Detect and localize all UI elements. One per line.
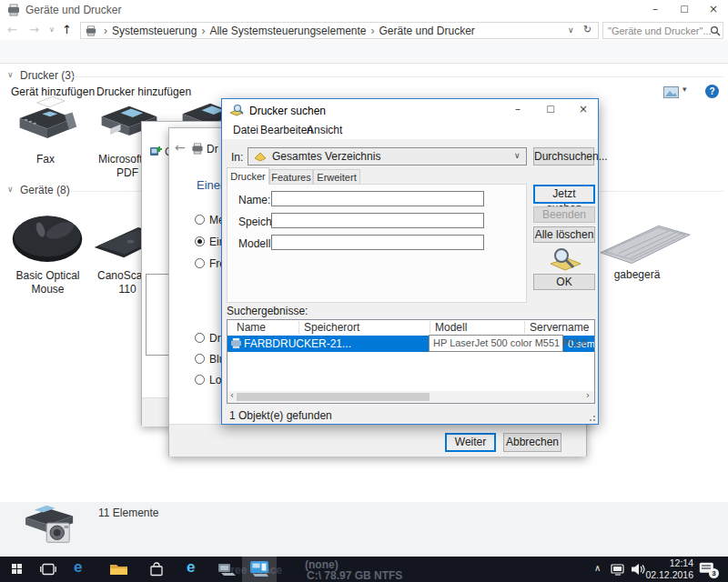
menu-bearbeiten[interactable]: Bearbeiten xyxy=(260,124,313,136)
active-app-button[interactable] xyxy=(242,557,277,582)
column-speicherort[interactable]: Speicherort xyxy=(304,321,359,334)
address-dropdown-icon[interactable]: ∨ xyxy=(568,25,574,35)
add-device-icon xyxy=(149,145,162,157)
printer-search-panel: Name: Speicher Modell: xyxy=(227,184,527,303)
tray-chevron-icon[interactable]: ∧ xyxy=(594,563,601,573)
radio-option-4[interactable] xyxy=(195,333,205,343)
printers-group-header[interactable]: Drucker (3) xyxy=(20,69,75,82)
network-icon[interactable] xyxy=(611,564,627,576)
back-icon[interactable]: ← xyxy=(7,20,17,40)
collapse-icon[interactable]: ∨ xyxy=(7,70,14,79)
column-name[interactable]: Name xyxy=(237,321,266,334)
fax-label[interactable]: Fax xyxy=(9,153,82,166)
column-divider xyxy=(298,321,299,334)
printer-icon xyxy=(7,4,20,16)
window-title: Geräte und Drucker xyxy=(25,4,121,16)
task-view-icon[interactable] xyxy=(40,563,56,576)
menu-datei[interactable]: Datei xyxy=(233,124,258,136)
stop-button[interactable]: Beenden xyxy=(533,206,595,223)
items-count: 11 Elemente xyxy=(98,507,159,519)
view-mode-icon[interactable] xyxy=(663,86,679,98)
dialog-close-button[interactable]: × xyxy=(570,100,597,120)
keyboard-label[interactable]: gabegerä xyxy=(582,268,692,282)
find-printer-graphic-icon xyxy=(547,246,583,274)
modell-field[interactable] xyxy=(271,235,484,250)
column-servername[interactable]: Servername xyxy=(530,321,589,334)
tab-drucker[interactable]: Drucker xyxy=(227,167,269,185)
scroll-left-icon[interactable]: ‹ xyxy=(230,390,234,400)
help-icon[interactable]: ? xyxy=(705,85,719,98)
tab-features[interactable]: Features xyxy=(269,169,313,185)
search-results-label: Suchergebnisse: xyxy=(227,305,308,317)
name-field[interactable] xyxy=(271,191,484,206)
tray-time: 12:14 xyxy=(637,557,693,569)
dialog-minimize-button[interactable]: – xyxy=(504,100,531,120)
results-header-row: Name Speicherort Modell Servername xyxy=(228,320,594,335)
radio-option-5[interactable] xyxy=(195,354,205,364)
directory-icon xyxy=(254,152,267,162)
horizontal-scrollbar[interactable]: ‹ › xyxy=(228,391,594,403)
in-label: In: xyxy=(231,151,243,164)
minimize-button[interactable]: – xyxy=(642,0,669,20)
edge-icon[interactable]: e xyxy=(74,558,82,577)
file-explorer-icon[interactable] xyxy=(110,563,127,576)
fax-device-icon[interactable] xyxy=(13,91,82,147)
view-dropdown-icon[interactable]: ▾ xyxy=(682,85,687,94)
start-button[interactable] xyxy=(12,564,22,574)
printer-icon xyxy=(191,143,204,155)
search-icon[interactable] xyxy=(710,25,721,36)
breadcrumb-separator: › xyxy=(99,25,112,37)
radio-option-1[interactable] xyxy=(195,215,205,225)
radio-option-3[interactable] xyxy=(195,258,205,268)
close-button[interactable]: × xyxy=(700,0,727,20)
mouse-device-icon[interactable] xyxy=(9,206,86,267)
mouse-label[interactable]: Basic Optical Mouse xyxy=(5,269,91,296)
add-printer-window-title: Dr xyxy=(207,143,218,156)
next-button[interactable]: Weiter xyxy=(445,433,496,452)
search-input[interactable]: "Geräte und Drucker"... xyxy=(602,22,723,39)
radio-option-2-selected[interactable] xyxy=(195,236,205,246)
speicher-field[interactable] xyxy=(271,213,484,228)
column-divider xyxy=(430,321,430,334)
tray-clock[interactable]: 12:14 02.12.2016 xyxy=(637,557,693,581)
recent-pages-icon[interactable]: ∨ xyxy=(49,20,55,40)
bginfo-disk: C:\ 78.97 GB NTFS xyxy=(307,569,402,582)
scroll-right-icon[interactable]: › xyxy=(586,390,590,400)
combo-chevron-icon[interactable]: ∨ xyxy=(514,151,521,160)
directory-scope-dropdown[interactable]: Gesamtes Verzeichnis ∨ xyxy=(248,147,527,166)
forward-icon[interactable]: → xyxy=(29,20,39,40)
main-title-bar: Geräte und Drucker – □ × xyxy=(0,0,728,20)
wizard-back-icon[interactable]: ← xyxy=(175,140,186,155)
resize-grip[interactable] xyxy=(588,414,596,422)
store-icon[interactable] xyxy=(149,562,164,577)
clear-all-button[interactable]: Alle löschen xyxy=(533,226,595,243)
tab-erweitert[interactable]: Erweitert xyxy=(313,169,360,185)
maximize-button[interactable]: □ xyxy=(671,0,698,20)
breadcrumb-geraete-drucker[interactable]: Geräte und Drucker xyxy=(379,25,474,37)
collapse-icon[interactable]: ∨ xyxy=(7,185,14,194)
address-bar[interactable]: ›Systemsteuerung›Alle Systemsteuerungsel… xyxy=(80,22,599,39)
internet-explorer-icon[interactable]: e xyxy=(187,558,195,577)
column-modell[interactable]: Modell xyxy=(435,321,467,334)
up-icon[interactable]: ↑ xyxy=(62,20,72,40)
model-tooltip: HP LaserJet 500 color M551 PCL6 xyxy=(429,335,563,352)
refresh-icon[interactable]: ↻ xyxy=(583,24,592,35)
dialog-maximize-button[interactable]: □ xyxy=(537,100,564,120)
navigation-bar: ← → ∨ ↑ ›Systemsteuerung›Alle Systemsteu… xyxy=(0,20,728,40)
scrollbar-thumb[interactable] xyxy=(237,393,430,401)
browse-button[interactable]: Durchsuchen... xyxy=(533,147,594,166)
find-now-button[interactable]: Jetzt suchen xyxy=(533,185,595,204)
result-name: FARBDRUCKER-21... xyxy=(244,337,351,350)
breadcrumb-alle-elemente[interactable]: Alle Systemsteuerungselemente xyxy=(209,25,366,37)
devices-group-header[interactable]: Geräte (8) xyxy=(20,184,70,196)
menu-ansicht[interactable]: Ansicht xyxy=(307,124,342,136)
directory-scope-value: Gesamtes Verzeichnis xyxy=(272,150,380,163)
ok-button[interactable]: OK xyxy=(533,274,595,290)
devices-window-icon[interactable] xyxy=(217,563,237,577)
breadcrumb-systemsteuerung[interactable]: Systemsteuerung xyxy=(112,25,197,37)
active-app-icon xyxy=(250,561,269,577)
breadcrumb-separator: › xyxy=(366,25,379,37)
cancel-button[interactable]: Abbrechen xyxy=(503,433,561,452)
radio-option-6[interactable] xyxy=(195,375,205,385)
keyboard-device-icon[interactable] xyxy=(596,218,694,266)
